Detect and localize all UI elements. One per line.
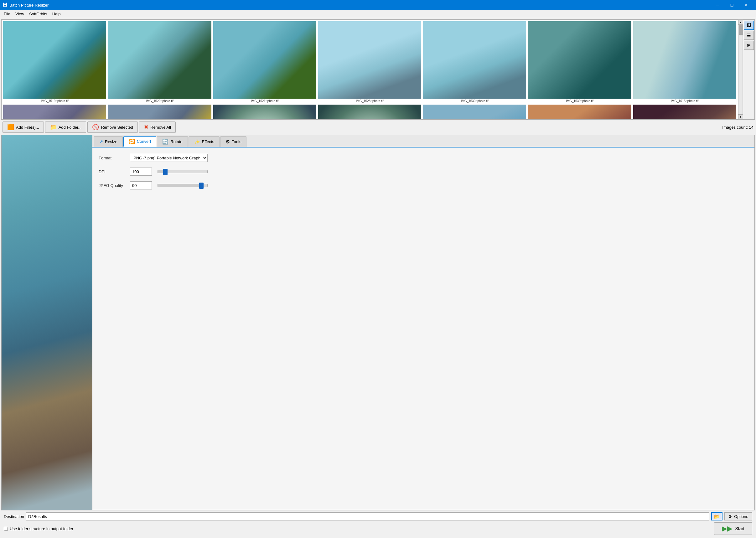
tab-tools[interactable]: ⚙ Tools <box>220 136 246 147</box>
jpeg-quality-slider[interactable] <box>157 184 208 187</box>
image-cell[interactable]: IMG_1708~photo.tif <box>423 104 526 119</box>
options-button[interactable]: ⚙ Options <box>725 512 752 520</box>
view-list-button[interactable]: ☰ <box>744 31 754 40</box>
remove-all-button[interactable]: ✖ Remove All <box>139 122 176 133</box>
image-cell[interactable]: IMG_1539~photo.tif <box>528 21 631 103</box>
dpi-row: DPI <box>99 168 748 176</box>
app-title: Batch Picture Resizer <box>9 3 710 8</box>
destination-input[interactable] <box>26 512 709 520</box>
browse-icon: 📂 <box>714 513 720 519</box>
toolbar: 🟧 Add File(s)... 📁 Add Folder... 🚫 Remov… <box>1 120 755 134</box>
menu-view[interactable]: View <box>13 11 27 17</box>
start-icon: ▶▶ <box>722 524 732 533</box>
start-button[interactable]: ▶▶ Start <box>714 522 752 535</box>
window-controls: ─ □ ✕ <box>710 0 753 10</box>
tools-tab-icon: ⚙ <box>226 139 230 145</box>
main-container: IMG_1519~photo.tif IMG_1520~photo.tif IM… <box>0 18 756 538</box>
add-files-icon: 🟧 <box>7 124 14 131</box>
menu-bar: File View SoftOrbits Help <box>0 10 756 18</box>
tools-tab-label: Tools <box>232 139 241 144</box>
preview-panel <box>1 134 92 510</box>
remove-all-icon: ✖ <box>144 124 148 131</box>
image-cell[interactable]: IMG_1707~photo.tif <box>318 104 421 119</box>
jpeg-quality-row: JPEG Quality <box>99 181 748 189</box>
image-cell[interactable]: IMG_1777~photo.tif <box>633 104 736 119</box>
add-folder-icon: 📁 <box>50 124 57 131</box>
dpi-input[interactable] <box>130 168 152 176</box>
jpeg-quality-input[interactable] <box>130 181 152 189</box>
start-label: Start <box>735 526 744 531</box>
footer: Destination 📂 ⚙ Options Use folder struc… <box>1 510 755 537</box>
rotate-tab-label: Rotate <box>170 139 182 144</box>
tab-rotate[interactable]: 🔄 Rotate <box>157 136 188 147</box>
browse-destination-button[interactable]: 📂 <box>711 512 723 520</box>
remove-selected-icon: 🚫 <box>92 124 99 131</box>
image-filename: IMG_1519~photo.tif <box>3 99 106 103</box>
image-cell[interactable]: IMG_1650~photo.tif <box>108 104 211 119</box>
add-files-label: Add File(s)... <box>16 125 39 130</box>
image-thumbnail <box>213 21 316 99</box>
menu-help[interactable]: Help <box>50 11 63 17</box>
add-folder-label: Add Folder... <box>59 125 82 130</box>
scroll-up-button[interactable]: ▲ <box>738 20 743 25</box>
image-thumbnail <box>108 21 211 99</box>
tab-resize[interactable]: ↗ Resize <box>94 136 123 147</box>
image-cell[interactable]: IMG_1521~photo.tif <box>213 21 317 103</box>
close-button[interactable]: ✕ <box>739 0 753 10</box>
gear-icon: ⚙ <box>729 514 732 519</box>
app-icon: 🖼 <box>3 2 8 8</box>
view-grid-button[interactable]: ⊞ <box>744 41 754 50</box>
convert-tab-icon: 🔁 <box>129 138 135 144</box>
menu-file[interactable]: File <box>1 11 13 17</box>
maximize-button[interactable]: □ <box>725 0 739 10</box>
image-cell[interactable]: IMG_1530~photo.tif <box>423 21 526 103</box>
bottom-section: ↗ Resize 🔁 Convert 🔄 Rotate ✨ Effects ⚙ <box>1 134 755 510</box>
image-thumbnail <box>528 21 631 99</box>
image-cell[interactable]: IMG_1623~photo.tif <box>3 104 106 119</box>
image-thumbnail <box>633 21 736 99</box>
dpi-slider[interactable] <box>157 170 208 173</box>
menu-softorbits[interactable]: SoftOrbits <box>27 11 50 17</box>
destination-row: Destination 📂 ⚙ Options <box>4 512 752 520</box>
jpeg-quality-label: JPEG Quality <box>99 183 127 188</box>
folder-structure-checkbox[interactable] <box>4 527 8 531</box>
view-thumbnail-button[interactable]: 🖼 <box>744 21 754 30</box>
image-thumbnail <box>318 21 421 99</box>
remove-selected-button[interactable]: 🚫 Remove Selected <box>87 122 138 133</box>
image-cell[interactable]: IMG_1774~photo.tif <box>528 104 631 119</box>
options-label: Options <box>734 514 748 519</box>
add-files-button[interactable]: 🟧 Add File(s)... <box>3 122 44 133</box>
destination-label: Destination <box>4 514 24 519</box>
scroll-down-button[interactable]: ▼ <box>738 114 743 119</box>
image-cell[interactable]: IMG_1519~photo.tif <box>3 21 106 103</box>
grid-scrollbar: ▲ ▼ <box>738 20 743 119</box>
resize-tab-label: Resize <box>105 139 117 144</box>
tab-effects[interactable]: ✨ Effects <box>189 136 220 147</box>
format-select[interactable]: PNG (*.png) Portable Network GraphJPEG (… <box>130 154 208 162</box>
resize-tab-icon: ↗ <box>99 139 103 145</box>
image-thumbnail <box>423 105 526 119</box>
image-grid: IMG_1519~photo.tif IMG_1520~photo.tif IM… <box>2 20 738 119</box>
scrollbar-track[interactable] <box>738 25 743 114</box>
scrollbar-thumb[interactable] <box>739 26 743 35</box>
effects-tab-icon: ✨ <box>194 139 200 145</box>
image-thumbnail <box>633 105 736 119</box>
tab-convert[interactable]: 🔁 Convert <box>123 136 157 147</box>
image-thumbnail <box>318 105 421 119</box>
image-cell[interactable]: IMG_1520~photo.tif <box>108 21 211 103</box>
image-cell[interactable]: IMG_1615~photo.tif <box>633 21 736 103</box>
convert-tab-content: Format PNG (*.png) Portable Network Grap… <box>92 147 754 510</box>
view-icons: 🖼 ☰ ⊞ <box>743 20 754 119</box>
image-cell[interactable]: IMG_1652~photo.tif <box>213 104 317 119</box>
remove-all-label: Remove All <box>150 125 171 130</box>
title-bar: 🖼 Batch Picture Resizer ─ □ ✕ <box>0 0 756 10</box>
rotate-tab-icon: 🔄 <box>162 139 169 145</box>
image-filename: IMG_1520~photo.tif <box>108 99 211 103</box>
remove-selected-label: Remove Selected <box>101 125 133 130</box>
effects-tab-label: Effects <box>202 139 215 144</box>
add-folder-button[interactable]: 📁 Add Folder... <box>45 122 86 133</box>
tab-bar: ↗ Resize 🔁 Convert 🔄 Rotate ✨ Effects ⚙ <box>92 135 754 147</box>
minimize-button[interactable]: ─ <box>710 0 725 10</box>
image-thumbnail <box>3 21 106 99</box>
image-cell[interactable]: IMG_1528~photo.tif <box>318 21 421 103</box>
